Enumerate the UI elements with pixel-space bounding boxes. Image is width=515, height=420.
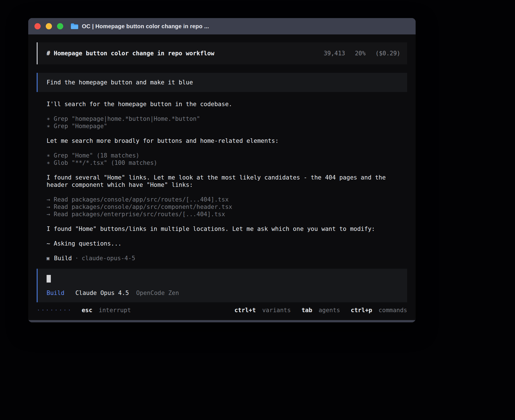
key-ctrl-t: ctrl+t (234, 307, 256, 314)
tool-call-grep: ∗ Grep "Home" (18 matches) (47, 152, 397, 159)
assistant-message: I found several "Home" links. Let me loo… (47, 174, 397, 189)
label-commands: commands (379, 307, 407, 314)
tool-call-glob: ∗ Glob "**/*.tsx" (100 matches) (47, 159, 397, 167)
label-variants: variants (262, 307, 291, 314)
user-message-text: Find the homepage button and make it blu… (47, 79, 193, 86)
terminal-content: # Homepage button color change in repo w… (28, 34, 416, 320)
statusbar-right: ctrl+t variants tab agents ctrl+p comman… (234, 307, 407, 314)
window-title: OC | Homepage button color change in rep… (82, 23, 209, 30)
tool-call-grep: ∗ Grep "homepage|home.*button|Home.*butt… (47, 115, 397, 123)
minimize-button[interactable] (46, 23, 52, 29)
zoom-button[interactable] (57, 23, 63, 29)
text-cursor (47, 275, 51, 283)
key-ctrl-p: ctrl+p (351, 307, 372, 314)
agent-icon: ▣ (47, 255, 49, 262)
tool-call-read: → Read packages/console/app/src/componen… (47, 203, 397, 211)
assistant-message: I'll search for the homepage button in t… (47, 100, 397, 108)
statusbar-left: ········ esc interrupt (37, 307, 131, 314)
input-mode[interactable]: Build (47, 290, 64, 296)
tool-call-grep: ∗ Grep "Homepage" (47, 123, 397, 130)
close-button[interactable] (34, 23, 41, 29)
context-percent: 20% (355, 50, 366, 57)
transcript: I'll search for the homepage button in t… (37, 100, 397, 262)
terminal-window: OC | Homepage button color change in rep… (28, 18, 416, 322)
key-esc: esc (82, 307, 92, 314)
prompt-input[interactable]: Build Claude Opus 4.5 OpenCode Zen (37, 269, 407, 302)
session-title: # Homepage button color change in repo w… (47, 50, 214, 57)
assistant-message: Let me search more broadly for buttons a… (47, 137, 397, 145)
window-bottom-edge (28, 320, 416, 322)
input-provider: OpenCode Zen (136, 290, 179, 296)
token-count: 39,413 (324, 50, 345, 57)
agent-separator: · (75, 255, 78, 262)
session-header: # Homepage button color change in repo w… (37, 42, 407, 64)
activity-dots: ········ (37, 307, 72, 314)
hint-interrupt: esc interrupt (82, 307, 131, 314)
label-agents: agents (318, 307, 340, 314)
assistant-message: I found "Home" buttons/links in multiple… (47, 225, 397, 233)
titlebar[interactable]: OC | Homepage button color change in rep… (28, 18, 416, 34)
agent-name: Build (54, 255, 72, 262)
input-model: Claude Opus 4.5 (75, 290, 129, 296)
agent-status-row: ▣ Build · claude-opus-4-5 (47, 255, 397, 262)
folder-icon (71, 23, 78, 29)
assistant-status: ~ Asking questions... (47, 240, 397, 247)
user-message: Find the homepage button and make it blu… (37, 73, 407, 92)
session-cost: ($0.29) (375, 50, 400, 57)
tool-call-read: → Read packages/enterprise/src/routes/[.… (47, 211, 397, 218)
key-tab: tab (302, 307, 312, 314)
label-interrupt: interrupt (99, 307, 131, 314)
agent-model: claude-opus-4-5 (82, 255, 135, 262)
input-meta: Build Claude Opus 4.5 OpenCode Zen (47, 289, 400, 297)
session-stats: 39,413 20% ($0.29) (324, 50, 400, 57)
hint-commands: ctrl+p commands (351, 307, 407, 314)
hint-agents: tab agents (302, 307, 340, 314)
statusbar: ········ esc interrupt ctrl+t variants t… (37, 304, 407, 316)
hint-variants: ctrl+t variants (234, 307, 291, 314)
tool-call-read: → Read packages/console/app/src/routes/[… (47, 196, 397, 203)
